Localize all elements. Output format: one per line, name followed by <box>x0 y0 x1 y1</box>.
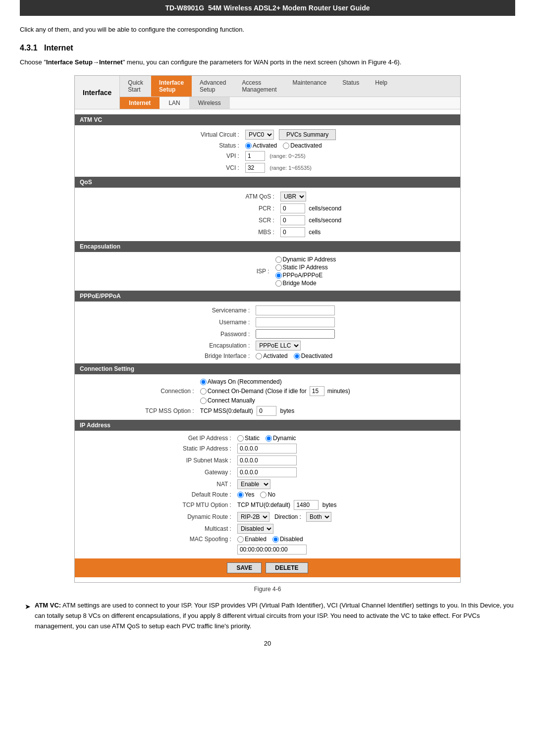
password-label: Password : <box>75 328 253 340</box>
pvcs-summary-button[interactable]: PVCs Summary <box>279 129 336 140</box>
delete-button[interactable]: DELETE <box>266 562 308 573</box>
tcp-mss-unit: bytes <box>280 407 295 414</box>
table-row: PCR : cells/second <box>75 202 460 214</box>
atm-qos-label: ATM QoS : <box>75 191 277 202</box>
mac-spoofing-label: MAC Spoofing : <box>75 535 234 544</box>
tcp-mtu-label: TCP MTU Option : <box>75 499 234 511</box>
pcr-unit: cells/second <box>309 205 341 212</box>
servicename-input[interactable] <box>256 305 335 315</box>
direction-select[interactable]: Both <box>306 512 331 522</box>
pcr-input[interactable] <box>280 203 305 213</box>
scr-input[interactable] <box>280 215 305 225</box>
connection-on-demand-radio[interactable]: Connect On-Demand (Close if idle for min… <box>200 386 453 396</box>
connection-label: Connection : <box>75 377 197 405</box>
connection-setting-section-label: Connection Setting <box>75 363 460 374</box>
get-ip-static-radio[interactable]: Static <box>237 435 260 442</box>
vci-input[interactable] <box>245 163 265 173</box>
connection-setting-table: Connection : Always On (Recommended) Con… <box>75 377 460 417</box>
page-number: 20 <box>20 640 515 647</box>
virtual-circuit-label: Virtual Circuit : <box>75 128 242 141</box>
scr-label: SCR : <box>75 214 277 226</box>
sub-tab-internet[interactable]: Internet <box>120 97 160 109</box>
subnet-mask-input[interactable] <box>237 455 297 465</box>
intro-text: Click any of them, and you will be able … <box>20 25 515 35</box>
password-input[interactable] <box>256 329 335 339</box>
nat-label: NAT : <box>75 478 234 490</box>
status-activated-radio[interactable]: Activated <box>245 142 277 149</box>
status-label: Status : <box>75 141 242 150</box>
nav-item-maintenance[interactable]: Maintenance <box>285 76 335 97</box>
idle-minutes-input[interactable] <box>310 386 324 396</box>
bridge-deactivated-radio[interactable]: Deactivated <box>294 353 332 359</box>
header-title: 54M Wireless ADSL2+ Modem Router User Gu… <box>208 4 370 12</box>
connection-manually-radio[interactable]: Connect Manually <box>200 397 453 404</box>
username-input[interactable] <box>256 317 335 327</box>
mbs-input[interactable] <box>280 227 305 237</box>
table-row: TCP MSS Option : TCP MSS(0:default) byte… <box>75 405 460 417</box>
table-row: MAC Spoofing : Enabled Disabled <box>75 535 460 544</box>
isp-pppoa-pppoe-radio[interactable]: PPPoA/PPPoE <box>275 272 453 279</box>
nav-interface-label: Interface <box>75 76 120 109</box>
table-row: Servicename : <box>75 304 460 316</box>
mbs-label: MBS : <box>75 226 277 238</box>
table-row: Bridge Interface : Activated Deactivated <box>75 352 460 360</box>
atm-qos-select[interactable]: UBR <box>280 192 306 202</box>
table-row: Dynamic Route : RIP-2B Direction : Both <box>75 511 460 523</box>
virtual-circuit-select[interactable]: PVC0 <box>245 130 274 140</box>
ip-address-table: Get IP Address : Static Dynamic <box>75 434 460 555</box>
table-row: Encapsulation : PPPoE LLC <box>75 340 460 352</box>
nav-item-interfacesetup[interactable]: InterfaceSetup <box>151 76 192 97</box>
nat-select[interactable]: Enable Disable <box>237 479 270 489</box>
encapsulation-select[interactable]: PPPoE LLC <box>256 341 301 351</box>
nav-item-advancedsetup[interactable]: AdvancedSetup <box>192 76 234 97</box>
multicast-select[interactable]: Disabled <box>237 524 273 534</box>
username-label: Username : <box>75 316 253 328</box>
table-row: TCP MTU Option : TCP MTU(0:default) byte… <box>75 499 460 511</box>
atm-vc-section-label: ATM VC <box>75 114 460 125</box>
gateway-input[interactable] <box>237 467 297 477</box>
vpi-hint: (range: 0~255) <box>269 153 305 159</box>
nav-item-help[interactable]: Help <box>367 76 395 97</box>
isp-bridge-mode-radio[interactable]: Bridge Mode <box>275 280 453 287</box>
isp-dynamic-ip-radio[interactable]: Dynamic IP Address <box>275 256 453 263</box>
qos-table: ATM QoS : UBR PCR : cells/second SC <box>75 191 460 238</box>
nav-item-status[interactable]: Status <box>334 76 367 97</box>
virtual-circuit-value: PVC0 PVCs Summary <box>242 128 460 141</box>
status-deactivated-radio[interactable]: Deactivated <box>283 142 321 149</box>
nav-item-quickstart[interactable]: QuickStart <box>120 76 151 97</box>
vpi-input[interactable] <box>245 151 265 161</box>
describe-text: Choose "Interface Setup→Internet" menu, … <box>20 57 515 68</box>
pcr-label: PCR : <box>75 202 277 214</box>
mbs-unit: cells <box>309 229 321 236</box>
save-button[interactable]: SAVE <box>227 562 262 573</box>
default-route-yes-radio[interactable]: Yes <box>237 491 255 498</box>
sub-tab-lan[interactable]: LAN <box>160 97 189 109</box>
table-row: SCR : cells/second <box>75 214 460 226</box>
table-row: Multicast : Disabled <box>75 523 460 535</box>
subnet-mask-label: IP Subnet Mask : <box>75 454 234 466</box>
mac-address-input[interactable] <box>237 545 307 554</box>
bridge-activated-radio[interactable]: Activated <box>256 353 287 359</box>
isp-static-ip-radio[interactable]: Static IP Address <box>275 264 453 271</box>
tcp-mss-input[interactable] <box>257 406 276 416</box>
sub-tab-wireless[interactable]: Wireless <box>189 97 230 109</box>
tcp-mtu-unit: bytes <box>322 502 337 508</box>
bullet-section: ➤ ATM VC: ATM settings are used to conne… <box>20 601 515 631</box>
tcp-mtu-input[interactable] <box>294 500 319 510</box>
table-row: IP Subnet Mask : <box>75 454 460 466</box>
nav-item-accessmanagement[interactable]: AccessManagement <box>234 76 284 97</box>
header-bar: TD-W8901G 54M Wireless ADSL2+ Modem Rout… <box>20 0 515 16</box>
connection-always-on-radio[interactable]: Always On (Recommended) <box>200 378 453 385</box>
section-title: Internet <box>44 44 73 52</box>
get-ip-dynamic-radio[interactable]: Dynamic <box>266 435 296 442</box>
dynamic-route-select[interactable]: RIP-2B <box>237 512 269 522</box>
atm-vc-table: Virtual Circuit : PVC0 PVCs Summary Stat… <box>75 128 460 174</box>
qos-section-label: QoS <box>75 177 460 188</box>
static-ip-input[interactable] <box>237 444 297 454</box>
table-row: VCI : (range: 1~65535) <box>75 162 460 174</box>
mac-spoofing-disabled-radio[interactable]: Disabled <box>272 536 303 543</box>
mac-spoofing-enabled-radio[interactable]: Enabled <box>237 536 267 543</box>
default-route-no-radio[interactable]: No <box>260 491 275 498</box>
table-row: ISP : Dynamic IP Address Static IP Addre… <box>75 255 460 288</box>
tcp-mss-label: TCP MSS Option : <box>75 405 197 417</box>
